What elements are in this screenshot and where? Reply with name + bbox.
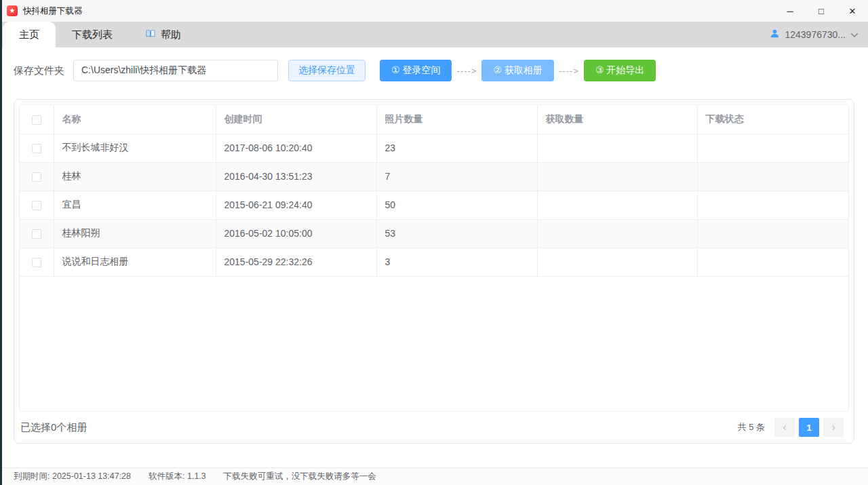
cell-fetched <box>537 191 697 219</box>
row-checkbox[interactable] <box>32 172 41 182</box>
cell-photos: 50 <box>376 191 537 219</box>
tab-help[interactable]: 帮助 <box>129 22 197 47</box>
close-button[interactable]: ✕ <box>837 0 868 22</box>
status-bar: 到期时间: 2025-01-13 13:47:28 软件版本: 1.1.3 下载… <box>0 467 868 485</box>
pagination: 共 5 条 ‹ 1 › <box>738 418 844 437</box>
row-checkbox[interactable] <box>32 229 41 239</box>
table-row: 宜昌2015-06-21 09:24:4050 <box>20 191 849 219</box>
cell-photos: 7 <box>376 162 537 191</box>
user-icon <box>770 28 780 41</box>
table-row: 桂林阳朔2016-05-02 10:05:0053 <box>20 219 849 248</box>
cell-photos: 3 <box>376 248 537 276</box>
table-header-row: 名称创建时间照片数量获取数量下载状态 <box>20 105 849 134</box>
user-id: 1243976730... <box>785 29 846 40</box>
select-all-header-cell <box>20 105 54 134</box>
row-checkbox-cell <box>20 134 54 162</box>
cell-fetched <box>537 134 697 162</box>
cell-fetched <box>537 248 697 276</box>
row-checkbox-cell <box>20 219 54 248</box>
save-folder-label: 保存文件夹 <box>14 64 64 77</box>
cell-status <box>697 134 849 162</box>
cell-status <box>697 219 849 248</box>
window-title: 快抖相册下载器 <box>23 5 83 17</box>
tab-download-list[interactable]: 下载列表 <box>56 22 129 47</box>
selected-count-text: 已选择0个相册 <box>20 421 87 434</box>
cell-created: 2016-05-02 10:05:00 <box>216 219 376 248</box>
flow-arrow-1: ----> <box>452 66 481 76</box>
cell-name: 宜昌 <box>54 191 216 219</box>
choose-location-button[interactable]: 选择保存位置 <box>288 60 366 81</box>
chevron-down-icon <box>850 29 859 40</box>
hint-text: 下载失败可重试，没下载失败请多等一会 <box>224 471 376 482</box>
album-table-body: 不到长城非好汉2017-08-06 10:20:4023桂林2016-04-30… <box>20 134 849 276</box>
cell-created: 2016-04-30 13:51:23 <box>216 162 376 191</box>
table-row: 不到长城非好汉2017-08-06 10:20:4023 <box>20 134 849 162</box>
desktop-edge <box>0 0 2 485</box>
album-card: 名称创建时间照片数量获取数量下载状态 不到长城非好汉2017-08-06 10:… <box>14 99 854 444</box>
cell-name: 桂林阳朔 <box>54 219 216 248</box>
row-checkbox[interactable] <box>32 258 41 267</box>
login-space-button[interactable]: ① 登录空间 <box>380 60 452 81</box>
card-footer: 已选择0个相册 共 5 条 ‹ 1 › <box>19 412 849 443</box>
tab-download-list-label: 下载列表 <box>72 28 113 41</box>
tab-home[interactable]: 主页 <box>3 22 56 47</box>
expire-time-text: 到期时间: 2025-01-13 13:47:28 <box>14 471 131 482</box>
column-header: 名称 <box>54 105 216 134</box>
table-row: 桂林2016-04-30 13:51:237 <box>20 162 849 191</box>
album-table-wrap: 名称创建时间照片数量获取数量下载状态 不到长城非好汉2017-08-06 10:… <box>19 104 849 412</box>
titlebar: ★ 快抖相册下载器 ─ □ ✕ <box>0 0 868 22</box>
cell-status <box>697 162 849 191</box>
cell-created: 2015-05-29 22:32:26 <box>216 248 376 276</box>
user-menu[interactable]: 1243976730... <box>770 22 859 47</box>
cell-photos: 23 <box>376 134 537 162</box>
album-table: 名称创建时间照片数量获取数量下载状态 不到长城非好汉2017-08-06 10:… <box>20 105 849 277</box>
column-header: 获取数量 <box>537 105 697 134</box>
app-icon: ★ <box>7 5 18 16</box>
row-checkbox-cell <box>20 191 54 219</box>
window-controls: ─ □ ✕ <box>774 0 868 22</box>
minimize-button[interactable]: ─ <box>774 0 806 22</box>
toolbar: 保存文件夹 选择保存位置 ① 登录空间 ----> ② 获取相册 ----> ③… <box>0 47 868 81</box>
cell-fetched <box>537 162 697 191</box>
table-row: 说说和日志相册2015-05-29 22:32:263 <box>20 248 849 276</box>
select-all-checkbox[interactable] <box>32 115 41 125</box>
column-header: 下载状态 <box>697 105 849 134</box>
cell-created: 2017-08-06 10:20:40 <box>216 134 376 162</box>
column-header: 照片数量 <box>376 105 537 134</box>
column-header: 创建时间 <box>216 105 376 134</box>
cell-fetched <box>537 219 697 248</box>
fetch-albums-button[interactable]: ② 获取相册 <box>481 60 553 81</box>
app-window: ★ 快抖相册下载器 ─ □ ✕ 主页 下载列表 帮助 <box>0 0 868 485</box>
cell-name: 桂林 <box>54 162 216 191</box>
current-page-button[interactable]: 1 <box>799 418 819 437</box>
cell-name: 不到长城非好汉 <box>54 134 216 162</box>
tab-help-label: 帮助 <box>161 28 181 41</box>
flow-arrow-2: ----> <box>554 66 584 76</box>
row-checkbox-cell <box>20 248 54 276</box>
next-page-button[interactable]: › <box>823 418 844 437</box>
version-text: 软件版本: 1.1.3 <box>149 471 206 482</box>
cell-created: 2015-06-21 09:24:40 <box>216 191 376 219</box>
book-icon <box>145 28 156 41</box>
tab-bar: 主页 下载列表 帮助 1243976730... <box>0 22 868 47</box>
row-checkbox[interactable] <box>32 144 41 153</box>
row-checkbox[interactable] <box>32 201 41 210</box>
cell-photos: 53 <box>376 219 537 248</box>
pagination-total: 共 5 条 <box>738 421 765 433</box>
cell-status <box>697 191 849 219</box>
prev-page-button[interactable]: ‹ <box>774 418 795 437</box>
tab-home-label: 主页 <box>19 28 39 41</box>
row-checkbox-cell <box>20 162 54 191</box>
save-folder-input[interactable] <box>73 60 278 81</box>
cell-status <box>697 248 849 276</box>
cell-name: 说说和日志相册 <box>54 248 216 276</box>
start-export-button[interactable]: ③ 开始导出 <box>584 60 656 81</box>
maximize-button[interactable]: □ <box>806 0 837 22</box>
